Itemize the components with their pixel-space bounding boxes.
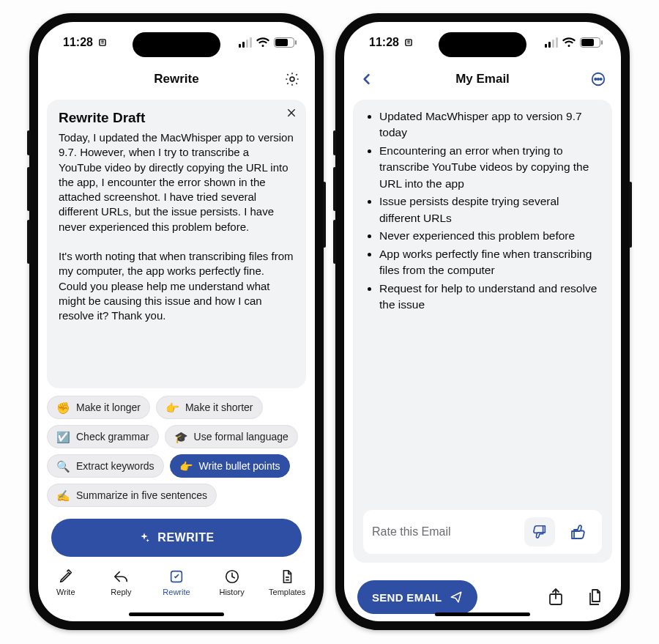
- copy-button[interactable]: [583, 585, 608, 610]
- send-email-button[interactable]: SEND EMAIL: [357, 580, 477, 614]
- email-output-card: Updated MacWhisper app to version 9.7 to…: [353, 100, 612, 563]
- thumbs-up-icon: [569, 523, 587, 541]
- chip-emoji-icon: 🔍: [56, 461, 70, 472]
- copy-icon: [587, 588, 604, 607]
- chip-label: Use formal language: [194, 431, 288, 443]
- wifi-icon: [256, 37, 269, 48]
- prompt-chip[interactable]: ✍️Summarize in five sentences: [47, 484, 217, 507]
- write-icon: [56, 567, 75, 586]
- chip-emoji-icon: 👉: [165, 402, 179, 413]
- reply-icon: [111, 567, 130, 586]
- rate-panel: Rate this Email: [363, 510, 602, 554]
- gear-icon: [284, 71, 300, 87]
- chip-label: Write bullet points: [199, 460, 280, 472]
- action-bar: SEND EMAIL: [353, 570, 612, 614]
- bullet-list: Updated MacWhisper app to version 9.7 to…: [363, 108, 602, 315]
- bullet-item: Never experienced this problem before: [379, 228, 602, 244]
- rewrite-button-label: REWRITE: [157, 531, 214, 544]
- thumbs-up-button[interactable]: [562, 517, 593, 547]
- tab-label: Reply: [111, 588, 131, 596]
- prompt-chip[interactable]: ✊Make it longer: [47, 396, 150, 419]
- tab-rewrite[interactable]: Rewrite: [151, 567, 202, 596]
- more-button[interactable]: [587, 68, 609, 90]
- cellular-icon: [545, 37, 558, 48]
- bullet-item: Issue persists despite trying several di…: [379, 193, 602, 226]
- chip-label: Check grammar: [76, 431, 149, 443]
- share-button[interactable]: [543, 585, 568, 610]
- wifi-icon: [562, 37, 576, 48]
- chip-emoji-icon: ☑️: [56, 432, 70, 443]
- dynamic-island: [133, 32, 220, 57]
- phone-frame-left: 11:28 Rewrite: [29, 13, 324, 630]
- draft-text[interactable]: Today, I updated the MacWhisper app to v…: [59, 130, 294, 323]
- screen-right: 11:28 My Email: [344, 22, 621, 621]
- dynamic-island: [439, 32, 526, 57]
- tab-templates[interactable]: Templates: [261, 567, 313, 596]
- tab-label: Templates: [269, 588, 305, 596]
- home-indicator: [129, 612, 224, 616]
- card-title: Rewrite Draft: [59, 110, 294, 126]
- rate-label: Rate this Email: [372, 525, 451, 538]
- bullet-item: Updated MacWhisper app to version 9.7 to…: [379, 108, 602, 141]
- tab-history[interactable]: History: [206, 567, 258, 596]
- prompt-chip[interactable]: 👉Write bullet points: [170, 454, 290, 478]
- chip-emoji-icon: 👉: [179, 461, 193, 472]
- prompt-chip[interactable]: 👉Make it shorter: [156, 396, 263, 419]
- send-icon: [450, 591, 463, 604]
- tab-label: Write: [56, 588, 75, 596]
- prompt-chip[interactable]: ☑️Check grammar: [47, 425, 159, 448]
- chevron-left-icon: [360, 72, 374, 86]
- settings-button[interactable]: [281, 68, 303, 90]
- nav-bar: My Email: [344, 63, 621, 95]
- back-button[interactable]: [356, 68, 378, 90]
- chip-label: Make it shorter: [185, 401, 253, 413]
- more-icon: [590, 71, 606, 87]
- status-time: 11:28: [369, 36, 399, 49]
- prompt-chip-list: ✊Make it longer👉Make it shorter☑️Check g…: [47, 396, 306, 507]
- timer-icon: [97, 37, 108, 48]
- svg-point-8: [600, 78, 601, 80]
- thumbs-down-icon: [532, 524, 548, 540]
- rewrite-draft-card: Rewrite Draft Today, I updated the MacWh…: [47, 100, 306, 388]
- rewrite-button[interactable]: REWRITE: [51, 519, 302, 557]
- sparkle-icon: [138, 532, 150, 544]
- bullet-item: App works perfectly fine when transcribi…: [379, 246, 602, 279]
- share-icon: [547, 588, 565, 607]
- battery-icon: [274, 37, 294, 48]
- svg-point-1: [290, 77, 294, 81]
- rewrite-icon: [167, 567, 186, 586]
- page-title: My Email: [455, 72, 510, 86]
- send-email-label: SEND EMAIL: [372, 591, 442, 604]
- status-time: 11:28: [63, 36, 93, 49]
- home-indicator: [435, 612, 530, 616]
- history-icon: [223, 567, 242, 586]
- nav-bar: Rewrite: [38, 63, 315, 95]
- chip-label: Summarize in five sentences: [76, 489, 207, 501]
- svg-point-7: [597, 78, 599, 80]
- battery-icon: [580, 37, 600, 48]
- phone-frame-right: 11:28 My Email: [335, 13, 630, 630]
- chip-emoji-icon: ✍️: [56, 490, 70, 501]
- chip-label: Make it longer: [76, 401, 141, 413]
- close-icon: [286, 107, 297, 119]
- chip-emoji-icon: ✊: [56, 402, 70, 413]
- prompt-chip[interactable]: 🎓Use formal language: [165, 425, 298, 448]
- tab-reply[interactable]: Reply: [95, 567, 146, 596]
- tab-label: Rewrite: [163, 588, 190, 596]
- screen-left: 11:28 Rewrite: [38, 22, 315, 621]
- page-title: Rewrite: [154, 72, 198, 86]
- templates-icon: [278, 567, 297, 586]
- chip-label: Extract keywords: [76, 460, 154, 472]
- prompt-chip[interactable]: 🔍Extract keywords: [47, 454, 164, 478]
- tab-label: History: [219, 588, 244, 596]
- chip-emoji-icon: 🎓: [174, 432, 188, 443]
- thumbs-down-button[interactable]: [524, 517, 555, 547]
- bullet-item: Encountering an error when trying to tra…: [379, 143, 602, 192]
- svg-point-6: [595, 78, 596, 80]
- close-button[interactable]: [286, 107, 297, 119]
- cellular-icon: [239, 37, 252, 48]
- tab-write[interactable]: Write: [40, 567, 92, 596]
- bullet-item: Request for help to understand and resol…: [379, 281, 602, 314]
- timer-icon: [403, 37, 414, 48]
